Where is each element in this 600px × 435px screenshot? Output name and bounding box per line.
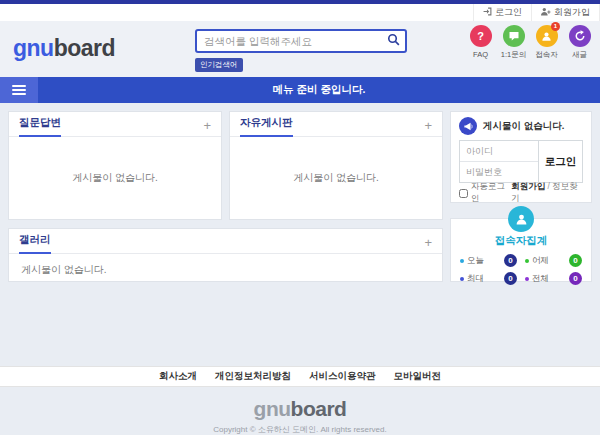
- stat-value-badge: 0: [504, 254, 517, 267]
- quick-links: ? FAQ 1:1문의 1 접속자 새글: [466, 25, 594, 60]
- megaphone-icon: [459, 117, 477, 135]
- user-plus-icon: [541, 7, 551, 18]
- bullet-dot: [525, 277, 529, 281]
- login-submit-button[interactable]: 로그인: [538, 141, 582, 182]
- board-title-link[interactable]: 갤러리: [19, 233, 51, 254]
- menu-status-message: 메뉴 준비 중입니다.: [38, 77, 600, 103]
- logo-prefix: gnu: [13, 35, 54, 61]
- board-more-button[interactable]: +: [424, 119, 432, 136]
- stat-value-badge: 0: [569, 272, 582, 285]
- stat-value-badge: 0: [504, 272, 517, 285]
- refresh-icon: [569, 25, 591, 47]
- board-widget-qna: 질문답변 + 게시물이 없습니다.: [8, 111, 222, 220]
- site-logo[interactable]: gnuboard: [13, 35, 115, 62]
- quick-link-inquiry[interactable]: 1:1문의: [499, 25, 528, 60]
- search-area: 인기검색어: [195, 29, 407, 72]
- stat-label: 최대: [467, 273, 484, 285]
- board-header: 갤러리 +: [9, 229, 442, 254]
- board-title-link[interactable]: 자유게시판: [240, 116, 293, 137]
- visitor-stats-grid: 오늘 0 어제 0 최대 0 전체 0: [460, 254, 582, 285]
- logo-suffix: board: [54, 35, 115, 61]
- link-divider: /: [548, 181, 550, 191]
- visitors-stat-icon: [508, 206, 534, 232]
- speech-bubble-icon: [503, 25, 525, 47]
- bullet-dot: [460, 259, 464, 263]
- board-more-button[interactable]: +: [203, 119, 211, 136]
- board-title-link[interactable]: 질문답변: [19, 116, 61, 137]
- board-header: 질문답변 +: [9, 112, 221, 137]
- quick-link-label: 1:1문의: [499, 50, 528, 60]
- signup-link-sidebar[interactable]: 회원가입: [511, 181, 545, 191]
- footer-link-company[interactable]: 회사소개: [159, 370, 197, 383]
- notice-empty-message: 게시물이 없습니다.: [483, 120, 564, 133]
- stat-label: 전체: [532, 273, 549, 285]
- board-column: 질문답변 + 게시물이 없습니다. 자유게시판 + 게시물이 없습니다. 갤러리…: [8, 111, 443, 282]
- board-widget-free: 자유게시판 + 게시물이 없습니다.: [229, 111, 443, 220]
- board-empty-message: 게시물이 없습니다.: [9, 254, 442, 286]
- footer-logo: gnuboard: [0, 397, 600, 421]
- notice-row: 게시물이 없습니다.: [459, 117, 583, 135]
- board-more-button[interactable]: +: [424, 236, 432, 253]
- login-link[interactable]: 로그인: [473, 4, 531, 21]
- visitor-count-badge: 1: [551, 22, 560, 31]
- search-icon: [387, 33, 400, 49]
- stat-label: 어제: [532, 255, 549, 267]
- login-options: 자동로그인 회원가입 / 정보찾기: [459, 187, 583, 199]
- auto-login-option: 자동로그인: [459, 181, 511, 203]
- signup-link[interactable]: 회원가입: [531, 4, 600, 21]
- hamburger-icon: [12, 85, 26, 87]
- search-input[interactable]: [197, 35, 381, 47]
- auto-login-label: 자동로그인: [471, 181, 511, 203]
- login-inputs: [460, 141, 538, 182]
- hamburger-menu-button[interactable]: [0, 77, 38, 103]
- login-password-input[interactable]: [460, 162, 538, 182]
- visitor-stats-widget: 접속자집계 오늘 0 어제 0 최대 0 전체 0: [450, 218, 592, 282]
- board-empty-message: 게시물이 없습니다.: [230, 137, 442, 219]
- stat-max: 최대 0: [460, 272, 517, 285]
- stat-today: 오늘 0: [460, 254, 517, 267]
- signup-label: 회원가입: [554, 6, 590, 19]
- search-box: [195, 29, 407, 53]
- login-form: 로그인: [459, 140, 583, 183]
- bullet-dot: [460, 277, 464, 281]
- site-header: gnuboard 인기검색어 ? FAQ 1:1문의 1 접속자 새글: [0, 21, 600, 77]
- popular-search-badge[interactable]: 인기검색어: [195, 58, 243, 72]
- quick-link-label: FAQ: [466, 50, 495, 59]
- board-header: 자유게시판 +: [230, 112, 442, 137]
- copyright-text: Copyright © 소유하신 도메인. All rights reserve…: [0, 424, 600, 435]
- stat-value-badge: 0: [569, 254, 582, 267]
- login-widget: 게시물이 없습니다. 로그인 자동로그인 회원가입 / 정보찾기: [450, 111, 592, 203]
- footer-nav: 회사소개 개인정보처리방침 서비스이용약관 모바일버전: [0, 366, 600, 387]
- quick-link-visitors[interactable]: 1 접속자: [532, 25, 561, 60]
- login-id-input[interactable]: [460, 141, 538, 161]
- footer-link-privacy[interactable]: 개인정보처리방침: [215, 370, 291, 383]
- footer-link-terms[interactable]: 서비스이용약관: [309, 370, 376, 383]
- auto-login-checkbox[interactable]: [459, 189, 468, 198]
- main-menu-bar: 메뉴 준비 중입니다.: [0, 77, 600, 103]
- member-links: 회원가입 / 정보찾기: [511, 181, 583, 203]
- quick-link-faq[interactable]: ? FAQ: [466, 25, 495, 60]
- footer-logo-prefix: gnu: [254, 397, 291, 420]
- quick-link-label: 새글: [565, 50, 594, 60]
- board-empty-message: 게시물이 없습니다.: [9, 137, 221, 219]
- bullet-dot: [525, 259, 529, 263]
- question-mark-icon: ?: [470, 25, 492, 47]
- board-row: 질문답변 + 게시물이 없습니다. 자유게시판 + 게시물이 없습니다.: [8, 111, 443, 220]
- utility-bar: 로그인 회원가입: [0, 4, 600, 21]
- visitor-stats-title: 접속자집계: [460, 234, 582, 248]
- sidebar: 게시물이 없습니다. 로그인 자동로그인 회원가입 / 정보찾기: [450, 111, 592, 282]
- stat-label: 오늘: [467, 255, 484, 267]
- search-button[interactable]: [381, 31, 405, 51]
- login-icon: [483, 7, 492, 18]
- login-label: 로그인: [495, 6, 522, 19]
- stat-yesterday: 어제 0: [525, 254, 582, 267]
- footer-logo-suffix: board: [291, 397, 347, 420]
- footer-link-mobile[interactable]: 모바일버전: [394, 370, 442, 383]
- main-content: 질문답변 + 게시물이 없습니다. 자유게시판 + 게시물이 없습니다. 갤러리…: [0, 103, 600, 290]
- board-widget-gallery: 갤러리 + 게시물이 없습니다.: [8, 228, 443, 282]
- quick-link-new-posts[interactable]: 새글: [565, 25, 594, 60]
- quick-link-label: 접속자: [532, 50, 561, 60]
- stat-total: 전체 0: [525, 272, 582, 285]
